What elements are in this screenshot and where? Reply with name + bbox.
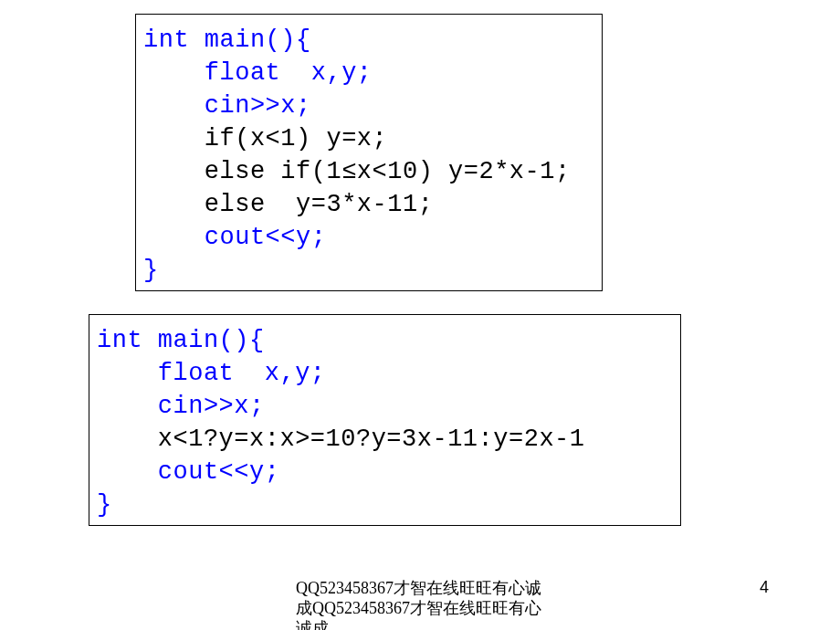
code-line: cin>>x; [97, 390, 673, 423]
code-line: } [97, 488, 673, 521]
code-line: else if(1≤x<10) y=2*x-1; [143, 155, 594, 188]
main-decl: main(){ [189, 26, 311, 54]
keyword-int: int [97, 327, 142, 354]
code-line: int main(){ [143, 24, 594, 57]
keyword-float: float [97, 360, 234, 387]
code-line: float x,y; [143, 57, 594, 89]
keyword-float: float [143, 59, 280, 87]
page-number: 4 [760, 578, 769, 597]
code-line: if(x<1) y=x; [143, 122, 594, 155]
footer-watermark: QQ523458367才智在线旺旺有心诚成QQ523458367才智在线旺旺有心… [296, 578, 551, 630]
code-block-1: int main(){ float x,y; cin>>x; if(x<1) y… [135, 14, 603, 291]
code-line: cout<<y; [97, 456, 673, 488]
code-line: } [143, 254, 594, 287]
main-decl: main(){ [142, 327, 265, 354]
var-decl: x,y; [234, 360, 325, 387]
code-line: x<1?y=x:x>=10?y=3x-11:y=2x-1 [97, 423, 673, 456]
var-decl: x,y; [280, 59, 372, 87]
code-line: cout<<y; [143, 221, 594, 254]
code-line: cin>>x; [143, 89, 594, 122]
code-block-2: int main(){ float x,y; cin>>x; x<1?y=x:x… [89, 314, 681, 526]
code-line: int main(){ [97, 324, 673, 357]
code-line: else y=3*x-11; [143, 188, 594, 221]
code-line: float x,y; [97, 357, 673, 390]
keyword-int: int [143, 26, 189, 54]
